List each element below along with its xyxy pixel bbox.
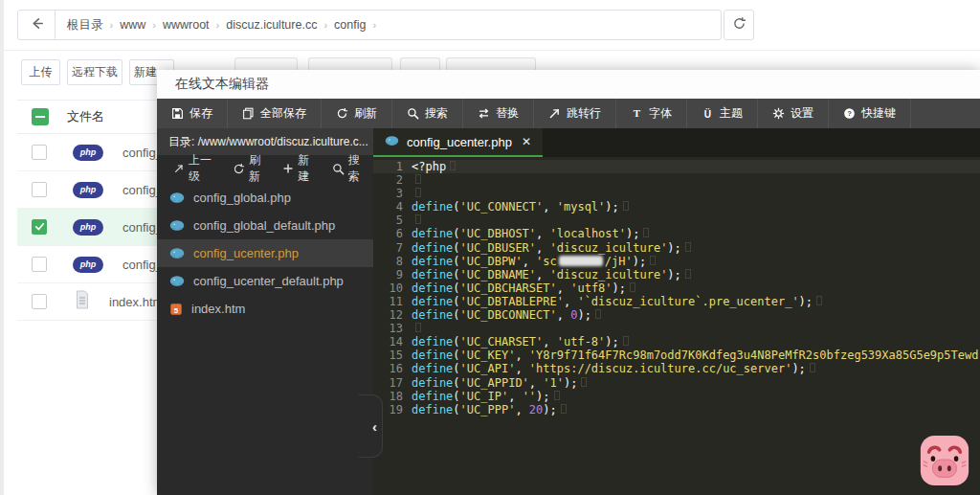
- breadcrumb-item[interactable]: www: [120, 18, 145, 32]
- tree-item[interactable]: 5index.htm: [157, 295, 373, 323]
- code-token: <?php: [412, 160, 446, 173]
- code-token: ,: [515, 349, 528, 362]
- code-token: 'sc: [536, 255, 557, 268]
- row-checkbox[interactable]: [32, 182, 47, 197]
- editor-tab[interactable]: config_ucenter.php ✕: [373, 128, 543, 157]
- line-number: 16: [373, 362, 412, 375]
- covered-search-box: [446, 57, 536, 70]
- editor-toolbar-font[interactable]: T字体: [616, 99, 687, 128]
- code-line: 9define('UC_DBNAME', 'discuz_iculture');: [373, 268, 980, 281]
- save-icon: [171, 107, 184, 120]
- line-content: define('UC_DBCONNECT', 0);: [412, 308, 601, 322]
- row-checkbox[interactable]: [32, 294, 47, 309]
- line-content: define('UC_PPP', 20);: [412, 403, 567, 416]
- row-checkbox[interactable]: [32, 145, 47, 160]
- line-number: 14: [373, 335, 412, 349]
- editor-toolbar-goto[interactable]: 跳转行: [534, 99, 616, 128]
- line-number: 5: [373, 214, 412, 227]
- redacted-password: [559, 256, 603, 266]
- php-icon: [169, 275, 185, 287]
- tree-toolbar-refresh[interactable]: 刷新: [226, 152, 274, 185]
- editor-toolbar-replace[interactable]: 替换: [463, 99, 534, 128]
- code-token: 'UC_CHARSET': [460, 335, 544, 349]
- breadcrumb-item[interactable]: discuz.iculture.cc: [226, 18, 317, 32]
- tree-item-label: config_ucenter_default.php: [193, 274, 344, 288]
- line-content: define('UC_DBNAME', 'discuz_iculture');: [412, 268, 691, 281]
- code-token: define: [412, 376, 453, 390]
- breadcrumb-item[interactable]: wwwroot: [163, 18, 210, 32]
- editor-toolbar-refresh[interactable]: 刷新: [322, 99, 392, 128]
- line-number: 13: [373, 322, 412, 335]
- editor-toolbar-save[interactable]: 保存: [157, 99, 228, 128]
- code-token: '1': [543, 376, 564, 390]
- back-button[interactable]: [18, 11, 56, 39]
- code-token: 'utf-8': [557, 335, 606, 349]
- eol-marker: [561, 404, 567, 414]
- line-content: define('UC_API', 'https://discuz.icultur…: [412, 362, 815, 375]
- refresh-button[interactable]: [724, 10, 754, 40]
- code-line: 3: [373, 187, 980, 200]
- editor-toolbar-save-all[interactable]: 全部保存: [228, 99, 322, 128]
- collapse-tree-button[interactable]: ‹: [359, 394, 383, 458]
- editor-toolbar-theme[interactable]: Ü主题: [687, 99, 758, 128]
- row-checkbox[interactable]: [32, 219, 47, 235]
- code-token: );: [612, 281, 626, 295]
- hotkey-icon: ?: [843, 107, 856, 120]
- editor-toolbar-settings[interactable]: 设置: [758, 99, 829, 128]
- toolbar-label: 设置: [791, 105, 813, 122]
- current-directory: 目录: /www/wwwroot/discuz.iculture.c...: [157, 128, 373, 155]
- tree-toolbar-up[interactable]: 上一级: [167, 152, 224, 185]
- line-number: 7: [373, 241, 412, 255]
- search-icon: [332, 163, 345, 175]
- file-icon: [75, 290, 90, 313]
- toolbar-label: 主题: [720, 105, 743, 122]
- upload-button[interactable]: 上传: [21, 59, 60, 85]
- tree-item[interactable]: config_ucenter.php: [157, 239, 373, 267]
- breadcrumb-item[interactable]: 根目录: [67, 17, 103, 34]
- code-token: define: [412, 227, 453, 240]
- eol-marker: [643, 228, 649, 237]
- code-token: ,: [557, 281, 570, 295]
- toolbar-label: 快捷键: [861, 105, 896, 122]
- html5-icon: 5: [169, 303, 183, 316]
- eol-marker: [630, 282, 635, 292]
- row-checkbox[interactable]: [32, 257, 47, 272]
- select-all-checkbox[interactable]: [32, 108, 49, 125]
- close-tab-icon[interactable]: ✕: [522, 135, 531, 148]
- editor-toolbar-search[interactable]: 搜索: [392, 99, 463, 128]
- code-token: 20: [529, 403, 543, 416]
- tree-toolbar-search[interactable]: 搜索: [325, 152, 373, 185]
- editor-tab-label: config_ucenter.php: [407, 135, 512, 149]
- tree-item[interactable]: config_global_default.php: [157, 212, 373, 239]
- code-token: 'UC_API': [460, 362, 516, 375]
- tree-item[interactable]: config_ucenter_default.php: [157, 267, 373, 295]
- remote-download-button[interactable]: 远程下载: [67, 59, 122, 85]
- tree-toolbar-plus[interactable]: 新建: [276, 152, 323, 185]
- font-icon: T: [631, 107, 643, 120]
- code-token: (: [453, 376, 459, 390]
- code-lines[interactable]: 1<?php234define('UC_CONNECT', 'mysql');5…: [373, 157, 980, 495]
- editor-toolbar-hotkey[interactable]: ?快捷键: [829, 99, 911, 128]
- eol-marker: [623, 201, 629, 211]
- code-line: 12define('UC_DBCONNECT', 0);: [373, 308, 980, 322]
- code-token: (: [453, 255, 459, 268]
- tree-item[interactable]: config_global.php: [157, 184, 373, 212]
- code-token: 'localhost': [550, 227, 626, 240]
- code-line: 5: [373, 214, 980, 227]
- code-token: ,: [536, 227, 549, 240]
- code-token: 'UC_KEY': [460, 349, 516, 362]
- breadcrumb-item[interactable]: config: [334, 18, 366, 32]
- eol-marker: [685, 242, 691, 252]
- modal-title: 在线文本编辑器: [175, 76, 269, 93]
- code-token: );: [633, 255, 646, 268]
- code-token: /jH': [605, 255, 633, 268]
- code-line: 11define('UC_DBTABLEPRE', '`discuz_icult…: [373, 295, 980, 308]
- eol-marker: [623, 336, 629, 346]
- code-token: 'discuz_iculture': [550, 268, 668, 281]
- refresh-icon: [732, 16, 746, 34]
- line-number: 8: [373, 255, 412, 268]
- code-token: ,: [543, 335, 556, 349]
- php-file-icon: php: [73, 182, 103, 198]
- code-token: ,: [557, 308, 570, 322]
- svg-text:?: ?: [847, 109, 852, 118]
